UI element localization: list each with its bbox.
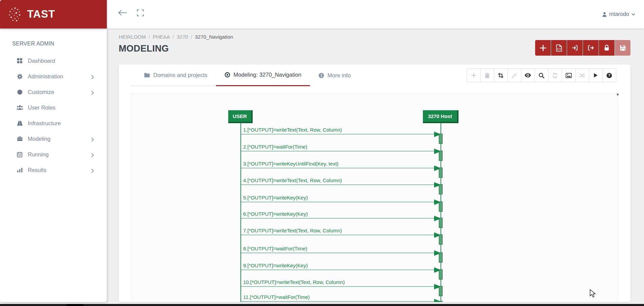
back-arrow-icon: [118, 10, 127, 16]
sidebar-item-dashboard[interactable]: Dashboard: [0, 53, 107, 69]
message-row[interactable]: 9.[*OUTPUT]=writeKey(Key): [241, 262, 438, 270]
sidebar-item-label: Administration: [28, 73, 63, 80]
message-row[interactable]: 1.[*OUTPUT]=writeText(Text, Row, Column): [241, 126, 438, 134]
file-code-icon: [556, 44, 562, 52]
content-card: Domains and projects Modeling: 3270_Navi…: [119, 64, 630, 302]
breadcrumb-link[interactable]: PHEAA: [153, 34, 170, 40]
import-button[interactable]: [567, 40, 583, 56]
tab-bar: Domains and projects Modeling: 3270_Navi…: [131, 64, 359, 86]
activation-bar: [439, 301, 443, 302]
user-menu[interactable]: mtarodo: [602, 0, 635, 28]
activation-bar: [439, 202, 443, 212]
sidebar-item-infrastructure[interactable]: Infrastructure: [0, 115, 107, 131]
primary-action-toolbar: [535, 40, 630, 56]
breadcrumb-link[interactable]: HEIRLOOM: [119, 34, 146, 40]
preview-button[interactable]: [521, 69, 535, 82]
tab-modeling[interactable]: Modeling: 3270_Navigation: [216, 64, 310, 86]
sidebar-item-user-roles[interactable]: User Roles: [0, 100, 107, 115]
bottom-edge-segment: [66, 304, 83, 306]
chevron-down-icon: [631, 13, 635, 16]
sidebar-item-customize[interactable]: Customize: [0, 84, 107, 100]
canvas-handle[interactable]: [617, 94, 619, 95]
bottom-edge-bar: [0, 304, 644, 306]
eye-icon: [525, 73, 531, 78]
message-label: 7.[*OUTPUT]=writeText(Text, Row, Column): [241, 227, 438, 234]
sidebar-item-label: Modeling: [28, 136, 51, 142]
question-icon: ?: [606, 73, 612, 78]
activation-bar: [439, 234, 443, 245]
message-row[interactable]: 6.[*OUTPUT]=writeKey(Key): [241, 210, 438, 218]
message-row[interactable]: 10.[*OUTPUT]=writeText(Text, Row, Column…: [241, 279, 438, 287]
refresh-button[interactable]: [548, 69, 562, 82]
svg-text:?: ?: [608, 73, 610, 77]
message-row[interactable]: 2.[*OUTPUT]=waitFor(Time): [241, 143, 438, 151]
run-button[interactable]: [589, 69, 603, 82]
dashboard-icon: [16, 58, 24, 63]
plus-icon: [540, 44, 547, 52]
magic-wand-button[interactable]: [507, 69, 521, 82]
export-button[interactable]: [583, 40, 599, 56]
add-button[interactable]: [535, 40, 551, 56]
actor-host[interactable]: 3270 Host: [423, 110, 458, 123]
sync-icon: [552, 73, 558, 78]
chevron-right-icon: [91, 90, 94, 96]
fullscreen-icon: [137, 9, 144, 16]
search-button[interactable]: [534, 69, 548, 82]
help-button[interactable]: ?: [602, 69, 616, 82]
message-label: 4.[*OUTPUT]=writeText(Text, Row, Column): [241, 177, 438, 184]
message-label: 1.[*OUTPUT]=writeText(Text, Row, Column): [241, 126, 438, 134]
sidebar-item-label: Customize: [28, 89, 54, 95]
chevron-right-icon: [91, 168, 94, 174]
brand-logo[interactable]: TAST: [0, 0, 107, 28]
sidebar: SERVER ADMIN Dashboard Administration Cu…: [0, 28, 107, 302]
shuffle-button[interactable]: [575, 69, 589, 82]
image-button[interactable]: [562, 69, 575, 82]
sidebar-item-results[interactable]: Results: [0, 162, 107, 178]
tab-domains-and-projects[interactable]: Domains and projects: [136, 64, 216, 86]
delete-button[interactable]: [480, 69, 494, 82]
add-element-button[interactable]: [467, 69, 481, 82]
breadcrumb: HEIRLOOM / PHEAA / 3270 / 3270_Navigatio…: [119, 34, 630, 40]
breadcrumb-link[interactable]: 3270: [177, 34, 188, 40]
diagram-canvas[interactable]: USER 3270 Host 1.[*OUTPUT]=writeText(Tex…: [131, 93, 619, 302]
message-label: 9.[*OUTPUT]=writeKey(Key): [241, 262, 438, 269]
wand-icon: [511, 73, 517, 78]
save-button[interactable]: [615, 40, 630, 56]
sign-out-icon: [587, 44, 594, 51]
actor-user[interactable]: USER: [228, 110, 253, 123]
gear-icon: [16, 74, 24, 79]
sidebar-item-administration[interactable]: Administration: [0, 69, 107, 84]
message-row[interactable]: 4.[*OUTPUT]=writeText(Text, Row, Column): [241, 177, 438, 185]
trash-icon: [485, 73, 490, 78]
sidebar-section-label: SERVER ADMIN: [0, 28, 107, 53]
tab-more-info[interactable]: More info: [310, 64, 359, 86]
tab-lead-spacer: [131, 64, 136, 86]
message-label: 2.[*OUTPUT]=waitFor(Time): [241, 143, 438, 151]
back-button[interactable]: [118, 10, 127, 17]
sidebar-item-label: User Roles: [28, 104, 56, 111]
message-label: 8.[*OUTPUT]=waitFor(Time): [241, 245, 438, 252]
activation-bar: [439, 134, 443, 144]
sidebar-item-running[interactable]: Running: [0, 147, 107, 162]
message-row[interactable]: 8.[*OUTPUT]=waitFor(Time): [241, 245, 438, 253]
tab-label: Domains and projects: [153, 72, 208, 78]
message-row[interactable]: 7.[*OUTPUT]=writeText(Text, Row, Column): [241, 227, 438, 235]
breadcrumb-separator: /: [173, 34, 174, 40]
message-label: 6.[*OUTPUT]=writeKey(Key): [241, 210, 438, 218]
file-code-button[interactable]: [551, 40, 567, 56]
cog-icon: [16, 89, 24, 95]
lock-button[interactable]: [599, 40, 614, 56]
sidebar-item-modeling[interactable]: Modeling: [0, 131, 107, 147]
sidebar-item-label: Infrastructure: [28, 120, 61, 127]
message-row[interactable]: 11.[*OUTPUT]=waitFor(Time): [241, 293, 438, 302]
crop-button[interactable]: [494, 69, 508, 82]
bar-chart-icon: [16, 167, 24, 173]
message-row[interactable]: 3.[*OUTPUT]=writeKeyUntilFind(Key, text): [241, 160, 438, 168]
fullscreen-button[interactable]: [137, 9, 144, 18]
search-icon: [539, 73, 544, 78]
road-icon: [16, 120, 24, 126]
sidebar-item-label: Dashboard: [28, 58, 55, 64]
message-row[interactable]: 5.[*OUTPUT]=writeKey(Key): [241, 194, 438, 202]
activation-bar: [439, 252, 443, 263]
message-label: 10.[*OUTPUT]=writeText(Text, Row, Column…: [241, 279, 438, 286]
